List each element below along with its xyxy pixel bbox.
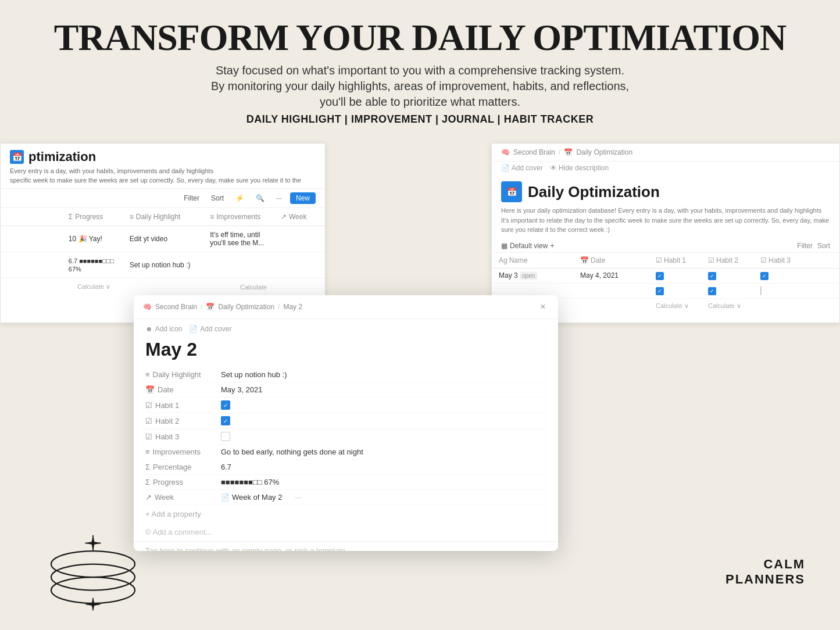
modal-close-btn[interactable]: × (537, 301, 549, 313)
col-name (1, 214, 62, 219)
db-page-title: ptimization (28, 149, 96, 164)
table-row: May 3 open May 4, 2021 (492, 269, 839, 284)
hero-subtitle3: you'll be able to prioritize what matter… (47, 95, 793, 109)
habit3-check[interactable] (760, 272, 768, 280)
notion-page-desc: Here is your daily optimization database… (492, 206, 839, 239)
habit3-check2[interactable] (760, 286, 762, 295)
prop-week: ↗ Week 📄 Week of May 2 — (145, 490, 546, 505)
table-row: 6.7 ■■■■■■□□□ 67% Set up notion hub :) (1, 252, 325, 278)
hero-tags: DAILY HIGHLIGHT | IMPROVEMENT | JOURNAL … (47, 113, 793, 126)
calculate-row: Calculate ∨ Calculate (1, 278, 325, 295)
default-view-btn[interactable]: ▦ Default view + (501, 242, 554, 250)
modal-title: May 2 (134, 337, 558, 367)
add-icon-btn[interactable]: ☻ Add icon (145, 325, 182, 333)
more-icon[interactable]: ··· (273, 193, 285, 203)
db-description: Every entry is a day, with your habits, … (10, 167, 316, 185)
notion-page-controls: 📄 Add cover 👁 Hide description (492, 162, 839, 174)
prop-habit1: ☑ Habit 1 (145, 398, 546, 413)
habit1-check2[interactable] (656, 287, 664, 295)
col-week: ↗ Week (274, 210, 325, 223)
prop-progress: Σ Progress ■■■■■■■□□ 67% (145, 475, 546, 490)
notion-page-title: Daily Optimization (528, 183, 660, 201)
habit2-check2[interactable] (708, 287, 716, 295)
add-cover-btn[interactable]: 📄 Add cover (501, 164, 543, 172)
calm-planners-logo: CALM PLANNERS (725, 557, 805, 587)
habit2-check[interactable] (708, 272, 716, 280)
db-page-icon: 📅 (10, 150, 24, 164)
filter-btn[interactable]: Filter (180, 193, 203, 203)
notion-breadcrumb: 🧠 Second Brain / 📅 Daily Optimization (492, 144, 839, 162)
add-comment-area[interactable]: © Add a comment... (134, 523, 558, 541)
col-improvements: ≡ Improvements (203, 210, 274, 223)
filter-sort-area: Filter Sort (797, 242, 830, 250)
rings-svg (41, 531, 145, 613)
table-row: 10 🎉 Yay! Edit yt video It's eff time, u… (1, 226, 325, 252)
svg-marker-8 (85, 542, 102, 545)
modal-icon-row: ☻ Add icon 📄 Add cover (134, 319, 558, 337)
search-icon[interactable]: 🔍 (252, 193, 268, 203)
hero-title: TRANSFORM YOUR DAILY OPTIMIATION (47, 17, 793, 58)
notion-page-icon: 📅 (501, 181, 522, 202)
col-highlight: ≡ Daily Highlight (123, 210, 203, 223)
hero-subtitle1: Stay focused on what's important to you … (47, 64, 793, 77)
week-of-may2-link[interactable]: Week of May 2 (232, 493, 282, 502)
calm-text: CALM (725, 557, 805, 572)
db-table-header: Σ Progress ≡ Daily Highlight ≡ Improveme… (1, 208, 325, 226)
sort-btn[interactable]: Sort (208, 193, 227, 203)
hero-section: TRANSFORM YOUR DAILY OPTIMIATION Stay fo… (0, 0, 840, 137)
db-header: 📅 ptimization Every entry is a day, with… (1, 144, 325, 189)
add-property-btn[interactable]: + Add a property (134, 505, 558, 523)
sort-btn[interactable]: Sort (817, 242, 830, 250)
hero-subtitle2: By monitoring your daily highlights, are… (47, 80, 793, 93)
modal-dialog: 🧠 Second Brain / 📅 Daily Optimization / … (134, 295, 558, 551)
planners-text: PLANNERS (725, 572, 805, 587)
habit1-check[interactable] (656, 272, 664, 280)
prop-habit3: ☑ Habit 3 (145, 429, 546, 445)
db-toolbar: Filter Sort ⚡ 🔍 ··· New (1, 189, 325, 208)
prop-date: 📅 Date May 3, 2021 (145, 382, 546, 398)
modal-properties: ≡ Daily Highlight Set up notion hub :) 📅… (134, 367, 558, 505)
filter-btn[interactable]: Filter (797, 242, 813, 250)
notion-page-header: 📅 Daily Optimization (492, 174, 839, 206)
modal-breadcrumb: 🧠 Second Brain / 📅 Daily Optimization / … (134, 295, 558, 319)
new-btn[interactable]: New (290, 192, 316, 204)
notion-table-header: Ag Name 📅 Date ☑ Habit 1 ☑ Habit 2 ☑ Hab… (492, 253, 839, 269)
lightning-icon[interactable]: ⚡ (232, 193, 248, 203)
modal-footer: Tap here to continue with an empty page,… (134, 541, 558, 551)
prop-percentage: Σ Percentage 6.7 (145, 460, 546, 475)
col-progress: Σ Progress (62, 210, 123, 223)
hide-desc-btn[interactable]: 👁 Hide description (550, 164, 609, 172)
prop-improvements: ≡ Improvements Go to bed early, nothing … (145, 445, 546, 460)
screenshots-area: 📅 ptimization Every entry is a day, with… (0, 143, 840, 428)
prop-daily-highlight: ≡ Daily Highlight Set up notion hub :) (145, 367, 546, 382)
add-cover-btn[interactable]: 📄 Add cover (189, 325, 231, 333)
prop-habit2: ☑ Habit 2 (145, 413, 546, 429)
notion-db-toolbar: ▦ Default view + Filter Sort (492, 239, 839, 253)
